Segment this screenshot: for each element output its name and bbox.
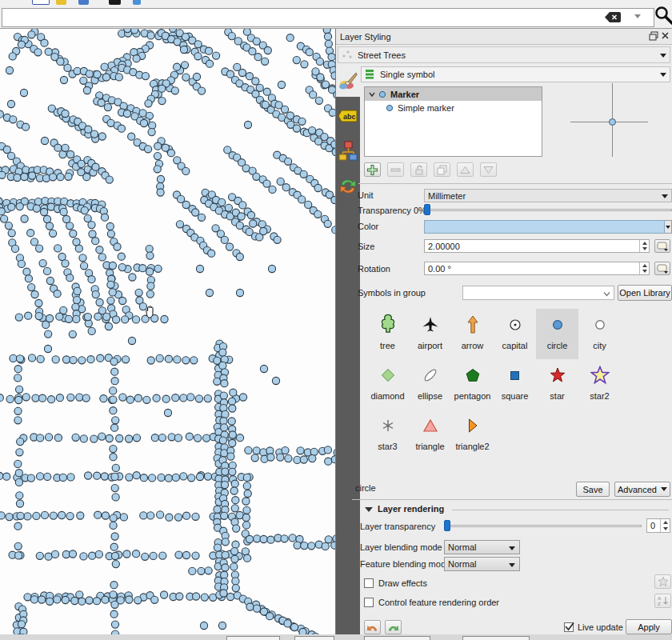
symbol-item-label: star (550, 391, 564, 401)
layer-blending-combo[interactable]: Normal (444, 540, 520, 554)
city-symbol-icon (594, 309, 606, 341)
save-label: Save (582, 485, 602, 494)
symbol-item-airport[interactable]: airport (409, 309, 451, 359)
tab-diagrams[interactable] (336, 137, 360, 167)
symbol-item-label: triangle (415, 442, 444, 451)
rotation-value: 0.00 ° (428, 264, 451, 274)
add-symbol-layer-button[interactable] (364, 162, 381, 177)
spin-down-icon[interactable] (640, 269, 649, 275)
symbol-item-square[interactable]: square (494, 359, 536, 410)
size-label: Size (358, 242, 374, 251)
control-rendering-order-checkbox[interactable] (364, 598, 374, 607)
toolbar-icon-fragment[interactable] (78, 0, 89, 5)
live-update-checkbox[interactable] (564, 622, 574, 632)
spin-up-icon[interactable] (661, 519, 670, 526)
layer-selector-combo[interactable]: Street Trees (338, 46, 670, 63)
redo-button[interactable] (385, 620, 402, 634)
tab-history[interactable] (336, 172, 360, 202)
color-button[interactable] (424, 220, 665, 234)
spin-down-icon[interactable] (640, 246, 649, 253)
star3-symbol-icon (382, 410, 394, 442)
sort-az-icon[interactable]: A Z (654, 594, 671, 608)
tree-item-simple-marker[interactable]: Simple marker (365, 101, 542, 114)
symbol-item-city[interactable]: city (578, 309, 621, 359)
toolbar-icon-fragment[interactable] (133, 0, 141, 5)
layer-transparency-spinbox[interactable]: 0 (646, 518, 670, 533)
layer-transparency-slider[interactable] (444, 519, 642, 532)
layer-rendering-title[interactable]: Layer rendering (378, 504, 444, 514)
feature-blending-combo[interactable]: Normal (444, 557, 520, 571)
draw-effects-checkbox[interactable] (364, 578, 374, 588)
symbol-item-star3[interactable]: star3 (366, 410, 409, 460)
unit-combo[interactable]: Millimeter (424, 189, 672, 202)
advanced-button[interactable]: Advanced (614, 482, 670, 497)
circle-symbol-icon (552, 309, 563, 341)
toolbar-icon-fragment[interactable] (109, 0, 121, 5)
square-symbol-icon (510, 359, 520, 391)
expander-icon[interactable] (368, 90, 376, 98)
spin-up-icon[interactable] (640, 262, 649, 269)
layer-name: Street Trees (358, 50, 406, 60)
slider-handle[interactable] (444, 520, 450, 531)
symbol-item-tree[interactable]: tree (366, 309, 409, 359)
symbol-item-circle[interactable]: circle (536, 309, 578, 359)
toolbar-icon-fragment[interactable] (56, 0, 66, 5)
pentagon-symbol-icon (466, 359, 480, 391)
search-icon[interactable] (654, 6, 672, 26)
tree-item-marker[interactable]: Marker (365, 87, 542, 101)
symbol-item-ellipse[interactable]: ellipse (409, 359, 451, 410)
star2-symbol-icon (590, 359, 610, 391)
renderer-combo[interactable]: Single symbol (361, 66, 670, 82)
status-strip (0, 634, 672, 640)
search-box[interactable] (2, 8, 654, 27)
symbol-item-star[interactable]: star (536, 359, 578, 410)
symbol-item-label: airport (418, 341, 442, 350)
customize-effects-star-icon[interactable] (654, 574, 671, 589)
capital-symbol-icon (509, 309, 522, 341)
move-up-button[interactable] (457, 162, 474, 177)
duplicate-symbol-layer-button[interactable] (434, 162, 450, 177)
undo-button[interactable] (364, 620, 381, 634)
slider-groove (424, 209, 672, 211)
airport-symbol-icon (421, 309, 440, 341)
spin-down-icon[interactable] (661, 526, 670, 532)
symbol-item-arrow[interactable]: arrow (451, 309, 494, 359)
symbol-item-diamond[interactable]: diamond (366, 359, 409, 410)
close-panel-icon[interactable] (661, 31, 671, 42)
clear-text-icon[interactable] (604, 11, 622, 25)
tree-item-label: Marker (390, 90, 419, 99)
search-input[interactable] (6, 10, 598, 25)
collapse-arrow-icon[interactable] (365, 507, 373, 512)
tab-symbology[interactable] (336, 66, 360, 97)
color-dropdown-button[interactable] (665, 220, 672, 234)
symbol-item-triangle2[interactable]: triangle2 (451, 410, 494, 460)
toolbar-icon-fragment[interactable] (32, 0, 50, 5)
symbol-item-capital[interactable]: capital (494, 309, 536, 359)
lock-color-button[interactable] (410, 162, 427, 177)
chevron-down-icon[interactable] (634, 14, 641, 18)
symbol-item-pentagon[interactable]: pentagon (451, 359, 494, 410)
panel-titlebar[interactable]: Layer Styling (336, 29, 672, 45)
symbols-group-combo[interactable] (462, 286, 614, 300)
data-defined-override-button[interactable] (654, 239, 670, 253)
remove-symbol-layer-button[interactable] (387, 162, 404, 177)
float-panel-icon[interactable] (649, 31, 659, 42)
svg-text:A: A (658, 596, 662, 601)
tab-labels[interactable]: abc (336, 102, 360, 132)
move-down-button[interactable] (480, 162, 497, 177)
slider-handle[interactable] (424, 204, 430, 215)
symbol-item-triangle[interactable]: triangle (409, 410, 451, 460)
apply-button[interactable]: Apply (626, 619, 672, 634)
rotation-spinbox[interactable]: 0.00 ° (424, 262, 650, 275)
statusbar-fragment (364, 636, 430, 640)
data-defined-override-button[interactable] (654, 262, 670, 275)
triangle-symbol-icon (422, 410, 438, 442)
map-canvas[interactable] (0, 29, 337, 634)
spin-up-icon[interactable] (640, 240, 649, 246)
symbol-grid: treeairportarrowcapitalcirclecitydiamond… (366, 309, 622, 460)
transparency-slider[interactable] (424, 203, 672, 216)
size-spinbox[interactable]: 2.00000 (424, 239, 650, 253)
open-library-button[interactable]: Open Library (618, 285, 672, 301)
save-button[interactable]: Save (576, 482, 610, 497)
symbol-item-star2[interactable]: star2 (578, 359, 621, 410)
